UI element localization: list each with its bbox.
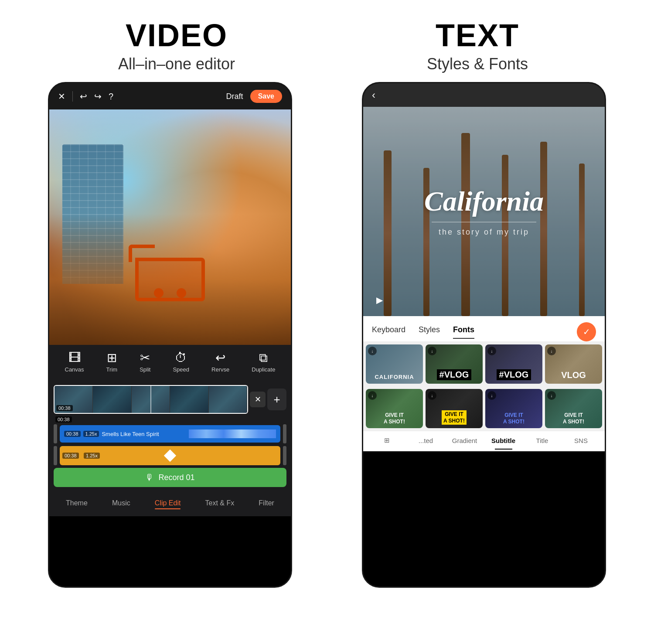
style-card-give3[interactable]: ↓ GIVE ITA SHOT!: [485, 389, 542, 428]
right-tab-gradient[interactable]: Gradient: [445, 437, 484, 444]
draft-label: Draft: [226, 92, 243, 101]
phones-section: ✕ ↩ ↪ ? Draft Save: [0, 82, 654, 588]
duplicate-icon: ⧉: [259, 352, 268, 364]
style-card-vlog1[interactable]: ↓ #VLOG: [426, 344, 483, 384]
back-arrow-icon[interactable]: ‹: [372, 89, 375, 101]
music-label: Music: [112, 499, 130, 507]
speed-label: Speed: [173, 366, 189, 373]
clip-frame-4: [170, 386, 208, 413]
text-subtitle: Styles & Fonts: [327, 55, 628, 73]
clip-time-right: 00:38: [55, 416, 72, 423]
effect-diamond: [164, 450, 176, 462]
title-label: Title: [536, 437, 548, 444]
topbar-divider: [72, 91, 73, 102]
card-vlog3-label: VLOG: [561, 370, 586, 380]
toolbar-reverse[interactable]: ↩ Rervse: [211, 352, 229, 373]
add-clip-button[interactable]: +: [267, 388, 286, 410]
text-tabs: Keyboard Styles Fonts ✓: [363, 316, 605, 342]
header-section: VIDEO All–in–one editor TEXT Styles & Fo…: [0, 0, 654, 82]
card-give2-label: GIVE ITA SHOT!: [442, 410, 467, 425]
split-icon: ✂: [140, 352, 150, 364]
video-preview: [49, 109, 291, 345]
left-topbar: ✕ ↩ ↪ ? Draft Save: [49, 83, 291, 109]
cart-wheel-right: [177, 288, 186, 298]
speed-icon: ⏱: [175, 352, 187, 364]
cart-body: [135, 258, 205, 301]
tab-fonts[interactable]: Fonts: [453, 325, 474, 339]
audio-speed: 1.25x: [83, 431, 99, 437]
style-card-give4[interactable]: ↓ GIVE ITA SHOT!: [545, 389, 602, 428]
right-tab-sns[interactable]: SNS: [562, 437, 600, 444]
reverse-icon: ↩: [215, 352, 225, 364]
grid-icon: ⊞: [384, 436, 390, 444]
play-button[interactable]: ▶: [372, 293, 387, 307]
clips-wrapper: 00:38: [54, 385, 248, 414]
nav-clip-edit[interactable]: Clip Edit: [155, 499, 181, 509]
record-track: 🎙 Record 01: [54, 468, 286, 487]
undo-icon[interactable]: ↩: [80, 91, 87, 102]
right-tab-icon-tab[interactable]: ⊞: [368, 436, 406, 444]
card-give3-label: GIVE ITA SHOT!: [503, 412, 525, 425]
bottom-nav: Theme Music Clip Edit Text & Fx Filter: [49, 494, 291, 516]
style-grid-row2: ↓ GIVE ITA SHOT! ↓ GIVE ITA SHOT! ↓ GIVE…: [363, 386, 605, 431]
card-give4-label: GIVE ITA SHOT!: [563, 412, 584, 425]
nav-music[interactable]: Music: [112, 499, 130, 509]
download-badge-7: ↓: [487, 391, 496, 400]
trim-label: Trim: [106, 366, 118, 373]
toolbar-split[interactable]: ✂ Split: [140, 352, 150, 373]
effect-handle-left: [54, 446, 57, 465]
card-vlog2-label: #VLOG: [497, 369, 531, 380]
download-badge-5: ↓: [368, 391, 377, 400]
style-card-vlog3[interactable]: ↓ VLOG: [545, 344, 602, 384]
effect-time: 00:38: [62, 453, 79, 459]
duplicate-label: Duplicate: [252, 366, 275, 373]
download-badge-3: ↓: [487, 347, 496, 355]
right-tab-subtitle[interactable]: Subtitle: [484, 437, 523, 444]
toolbar-canvas[interactable]: 🎞 Canvas: [65, 352, 84, 373]
effect-clip: 00:38 1.25x: [60, 446, 280, 465]
audio-time: 00:38: [64, 431, 81, 437]
style-grid-row1: ↓ CALIFORNIA ↓ #VLOG ↓ #VLOG: [363, 342, 605, 386]
video-title: VIDEO: [26, 17, 327, 53]
clip-edit-label: Clip Edit: [155, 499, 181, 507]
tab-styles[interactable]: Styles: [419, 325, 440, 339]
check-button[interactable]: ✓: [577, 322, 596, 341]
effect-track: 00:38 1.25x: [54, 446, 286, 465]
clip-frame-5: [209, 386, 247, 413]
california-divider: [432, 222, 536, 222]
play-icon: ▶: [376, 295, 383, 305]
toolbar-trim[interactable]: ⊞ Trim: [106, 352, 118, 373]
style-card-california[interactable]: ↓ CALIFORNIA: [366, 344, 423, 384]
right-topbar: ‹: [363, 83, 605, 107]
audio-handle-left: [54, 424, 57, 443]
nav-filter[interactable]: Filter: [259, 499, 274, 509]
redo-icon[interactable]: ↪: [94, 91, 102, 102]
style-card-vlog2[interactable]: ↓ #VLOG: [485, 344, 542, 384]
cut-icon[interactable]: ✕: [250, 392, 266, 407]
close-icon[interactable]: ✕: [58, 91, 65, 102]
split-label: Split: [140, 366, 150, 373]
video-subtitle: All–in–one editor: [26, 55, 327, 73]
nav-theme[interactable]: Theme: [66, 499, 88, 509]
right-tab-title[interactable]: Title: [523, 437, 562, 444]
nav-text-fx[interactable]: Text & Fx: [205, 499, 235, 509]
left-phone: ✕ ↩ ↪ ? Draft Save: [48, 82, 292, 588]
gradient-label: Gradient: [452, 437, 477, 444]
clip-time-left: 00:38: [56, 405, 73, 411]
california-scene: California the story of my trip ▶: [363, 107, 605, 316]
check-icon: ✓: [583, 327, 590, 337]
video-image: [49, 109, 291, 345]
style-card-give1[interactable]: ↓ GIVE ITA SHOT!: [366, 389, 423, 428]
tab-keyboard[interactable]: Keyboard: [372, 325, 405, 339]
download-badge-8: ↓: [547, 391, 556, 400]
toolbar-duplicate[interactable]: ⧉ Duplicate: [252, 352, 275, 373]
help-icon[interactable]: ?: [109, 92, 113, 102]
save-button[interactable]: Save: [250, 90, 282, 103]
right-header-block: TEXT Styles & Fonts: [327, 17, 628, 73]
california-text-block: California the story of my trip: [363, 186, 605, 237]
text-fx-label: Text & Fx: [205, 499, 235, 507]
style-card-give2[interactable]: ↓ GIVE ITA SHOT!: [426, 389, 483, 428]
toolbar-speed[interactable]: ⏱ Speed: [173, 352, 189, 373]
right-tab-ted[interactable]: ...ted: [406, 437, 445, 444]
record-label: Record 01: [158, 473, 194, 482]
